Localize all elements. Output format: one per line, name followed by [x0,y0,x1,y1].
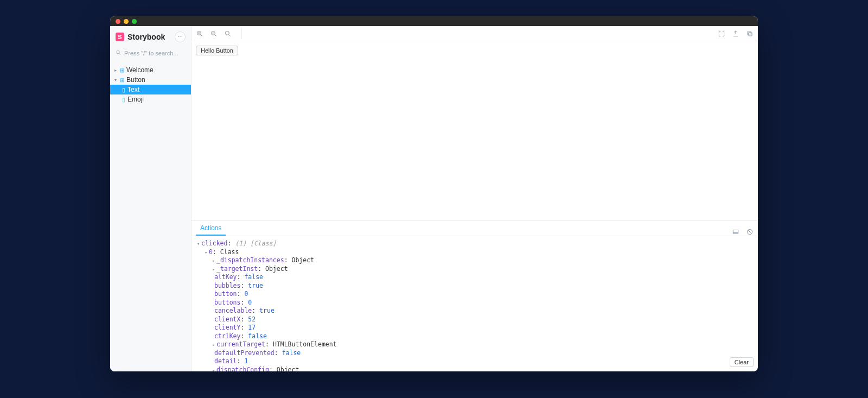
brand-name: Storybook [127,33,165,41]
zoom-reset-icon[interactable] [224,30,232,37]
copy-icon[interactable] [746,30,754,37]
bookmark-icon: ▯ [122,87,125,93]
zoom-out-icon[interactable] [210,30,218,37]
nav-group-button[interactable]: ▾ ⊞ Button [110,75,191,85]
svg-rect-11 [749,32,752,35]
preview-canvas: Hello Button [192,41,758,220]
svg-line-7 [215,34,216,36]
toolbar-left [196,28,243,39]
addons-panel: Actions ▾clicked: (1) [Class] ▾0: Class [192,220,758,371]
addons-tabs: Actions [192,221,758,236]
tab-actions[interactable]: Actions [196,221,226,236]
window-titlebar [110,16,758,26]
app-body: S Storybook ⋯ ▸ ⊞ Welcome ▾ [110,26,758,371]
window-close-icon[interactable] [116,19,120,24]
toolbar-separator [241,28,242,39]
svg-point-0 [117,50,120,54]
sidebar-header: S Storybook ⋯ [110,26,191,46]
panel-hide-icon[interactable] [746,228,754,236]
sidebar-search[interactable] [114,48,187,59]
main-panel: Hello Button Actions [192,26,758,371]
actions-log: ▾clicked: (1) [Class] ▾0: Class ▸_dispat… [192,236,758,371]
nav-story-text[interactable]: ▯ Text [110,85,191,94]
svg-point-9 [225,31,229,35]
open-external-icon[interactable] [732,30,739,37]
svg-rect-13 [733,230,738,234]
window-minimize-icon[interactable] [124,19,129,24]
brand: S Storybook [116,33,165,41]
story-button[interactable]: Hello Button [196,46,238,55]
component-icon: ⊞ [120,77,124,83]
sidebar: S Storybook ⋯ ▸ ⊞ Welcome ▾ [110,26,192,371]
component-icon: ⊞ [120,67,124,73]
nav-label: Button [126,76,145,84]
sidebar-menu-button[interactable]: ⋯ [175,31,186,42]
nav-group-welcome[interactable]: ▸ ⊞ Welcome [110,65,191,75]
toolbar-right [718,30,754,37]
zoom-in-icon[interactable] [196,30,203,37]
brand-logo-icon: S [116,33,124,41]
nav-label: Welcome [126,66,154,74]
panel-orientation-icon[interactable] [732,228,739,236]
clear-button[interactable]: Clear [730,357,754,367]
svg-line-1 [119,53,120,54]
nav-label: Text [127,86,139,93]
window-maximize-icon[interactable] [132,19,137,24]
nav-story-emoji[interactable]: ▯ Emoji [110,94,191,104]
svg-rect-12 [748,31,751,34]
app-window: S Storybook ⋯ ▸ ⊞ Welcome ▾ [110,16,758,371]
chevron-down-icon: ▾ [114,78,118,83]
svg-line-16 [748,230,751,233]
search-input[interactable] [114,48,187,59]
fullscreen-icon[interactable] [718,30,725,37]
nav-tree: ▸ ⊞ Welcome ▾ ⊞ Button ▯ Text ▯ Emoji [110,63,191,104]
svg-line-3 [201,34,202,36]
svg-line-10 [229,34,231,36]
nav-label: Emoji [127,96,144,103]
preview-toolbar [192,26,758,41]
chevron-right-icon: ▸ [114,68,118,73]
bookmark-icon: ▯ [122,97,125,103]
search-icon [116,50,122,57]
